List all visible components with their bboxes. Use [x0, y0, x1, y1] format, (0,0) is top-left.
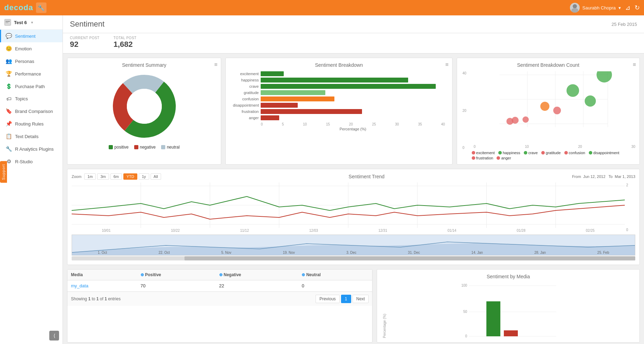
- pagination: Previous 1 Next: [316, 295, 369, 303]
- negative-dot: [134, 145, 138, 149]
- zoom-ytd-button[interactable]: YTD: [123, 173, 137, 180]
- sidebar-item-label: Performance: [15, 71, 41, 77]
- sidebar: Test 6 ▾ 💬 Sentiment 😊 Emotion 👥 Persona…: [0, 15, 63, 344]
- chevron-down-icon: ▾: [618, 5, 621, 10]
- bubble-legend-crave: crave: [524, 151, 538, 155]
- zoom-1m-button[interactable]: 1m: [84, 173, 96, 180]
- zoom-all-button[interactable]: All: [151, 173, 161, 180]
- tool-icon[interactable]: 🔧: [36, 2, 46, 13]
- bottom-row: Media ⊕Positive ⊕Negative ⊕Neutral: [67, 269, 640, 343]
- sidebar-item-purchase-path[interactable]: 💲 Purchase Path: [0, 80, 63, 93]
- page-1-button[interactable]: 1: [341, 295, 351, 303]
- svg-text:100: 100: [461, 284, 467, 287]
- user-info[interactable]: Saurabh Chopra ▾: [570, 3, 621, 13]
- svg-point-0: [573, 4, 577, 8]
- svg-text:0: 0: [465, 334, 468, 338]
- sentiment-by-media-title: Sentiment by Media: [381, 274, 635, 279]
- bubble-frustration-dot: [472, 156, 475, 160]
- svg-point-1: [571, 8, 578, 13]
- sidebar-item-routing-rules[interactable]: 📌 Routing Rules: [0, 117, 63, 130]
- svg-text:50: 50: [463, 310, 468, 314]
- filter-icon[interactable]: ⊿: [625, 4, 630, 12]
- sidebar-project[interactable]: Test 6 ▾: [0, 15, 63, 30]
- sidebar-item-rstudio[interactable]: ⚙ R-Studio: [0, 155, 63, 168]
- bar-row-happiness: happiness: [233, 78, 445, 83]
- bubble-y-axis: 40200: [463, 71, 466, 150]
- sidebar-item-label: Emotion: [15, 46, 32, 51]
- sidebar-item-performance[interactable]: 🏆 Performance: [0, 67, 63, 80]
- trend-navigator[interactable]: 1. Oct22. Oct5. Nov19. Nov3. Dec31. Dec1…: [72, 235, 635, 256]
- bubble-confusion-dot: [564, 151, 568, 155]
- bubble-legend-gratitude: gratitude: [541, 151, 561, 155]
- sidebar-item-label: R-Studio: [15, 159, 33, 164]
- zoom-1y-button[interactable]: 1y: [139, 173, 149, 180]
- negative-col-icon: ⊕: [219, 272, 223, 277]
- media-chart-container: Percentage (%) 100 50 0: [381, 282, 635, 338]
- to-label: To: [609, 174, 613, 179]
- bubble-x-axis: 0102030: [474, 145, 635, 149]
- refresh-icon[interactable]: ↻: [635, 4, 640, 12]
- media-link[interactable]: my_data: [71, 283, 88, 288]
- svg-rect-4: [6, 22, 8, 23]
- table-row: my_data 70 22 0: [67, 280, 372, 292]
- col-media: Media: [67, 270, 137, 280]
- svg-point-22: [512, 117, 519, 124]
- next-button[interactable]: Next: [353, 295, 369, 303]
- sentiment-breakdown-menu-icon[interactable]: ≡: [445, 62, 448, 68]
- media-chart-y-label: Percentage (%): [381, 282, 386, 338]
- zoom-3m-button[interactable]: 3m: [97, 173, 109, 180]
- support-tab[interactable]: Support: [0, 161, 7, 183]
- donut-container: positive negative neutral: [72, 71, 217, 150]
- bubble-chart-container: 40200: [461, 71, 635, 160]
- stats-bar: CURRENT POST 92 TOTAL POST 1,682: [63, 33, 644, 53]
- sentiment-summary-menu-icon[interactable]: ≡: [214, 62, 217, 68]
- sidebar-collapse-button[interactable]: ⟨: [49, 331, 59, 341]
- total-post-value: 1,682: [114, 40, 137, 49]
- sentiment-breakdown-count-menu-icon[interactable]: ≡: [633, 62, 636, 68]
- brand-comparison-nav-icon: 🔖: [5, 108, 12, 114]
- project-icon: [4, 19, 11, 26]
- trend-chart-wrapper: 20: [72, 182, 635, 232]
- sentiment-summary-title: Sentiment Summary: [72, 62, 217, 68]
- sentiment-breakdown-count-panel: Sentiment Breakdown Count ≡ 40200: [457, 58, 640, 165]
- sentiment-breakdown-title: Sentiment Breakdown: [230, 62, 448, 68]
- svg-point-20: [553, 107, 561, 114]
- sidebar-item-text-details[interactable]: 📋 Text Details: [0, 130, 63, 143]
- svg-point-8: [127, 89, 162, 124]
- personas-nav-icon: 👥: [5, 58, 12, 64]
- project-name: Test 6: [14, 20, 27, 25]
- sidebar-item-sentiment[interactable]: 💬 Sentiment: [0, 30, 63, 42]
- header-right: Saurabh Chopra ▾ ⊿ ↻: [570, 3, 640, 13]
- from-label: From: [572, 174, 581, 179]
- trend-scrollbar[interactable]: [72, 256, 635, 260]
- routing-rules-nav-icon: 📌: [5, 121, 12, 127]
- bar-row-confusion: confusion: [233, 96, 445, 101]
- svg-point-16: [596, 71, 612, 83]
- table-footer-text: Showing 1 to 1 of 1 entries: [71, 296, 121, 301]
- sidebar-item-topics[interactable]: 🏷 Topics: [0, 93, 63, 105]
- sidebar-item-label: Routing Rules: [15, 121, 44, 127]
- bubble-legend-happiness: happiness: [498, 151, 520, 155]
- svg-rect-3: [6, 21, 10, 22]
- zoom-label: Zoom: [72, 174, 81, 179]
- avatar: [570, 3, 580, 13]
- sidebar-item-emotion[interactable]: 😊 Emotion: [0, 42, 63, 55]
- svg-point-19: [540, 102, 549, 111]
- svg-rect-40: [486, 301, 500, 336]
- bar-row-excitement: excitement: [233, 71, 445, 76]
- sidebar-item-r-analytics[interactable]: 🔧 R Analytics Plugins: [0, 143, 63, 155]
- sidebar-item-label: Purchase Path: [15, 84, 45, 89]
- previous-button[interactable]: Previous: [316, 295, 340, 303]
- zoom-6m-button[interactable]: 6m: [110, 173, 122, 180]
- cell-positive: 70: [137, 280, 216, 292]
- topics-nav-icon: 🏷: [5, 96, 12, 102]
- sidebar-item-personas[interactable]: 👥 Personas: [0, 55, 63, 67]
- sentiment-breakdown-count-title: Sentiment Breakdown Count: [461, 62, 635, 68]
- cell-negative: 22: [216, 280, 298, 292]
- sentiment-by-media-panel: Sentiment by Media ≡ Percentage (%) 100 …: [377, 269, 640, 343]
- sidebar-item-brand-comparison[interactable]: 🔖 Brand Comparison: [0, 105, 63, 117]
- total-post-stat: TOTAL POST 1,682: [114, 36, 137, 49]
- trend-controls: Zoom 1m 3m 6m YTD 1y All: [72, 173, 161, 180]
- project-chevron-icon: ▾: [31, 20, 33, 25]
- performance-nav-icon: 🏆: [5, 71, 12, 77]
